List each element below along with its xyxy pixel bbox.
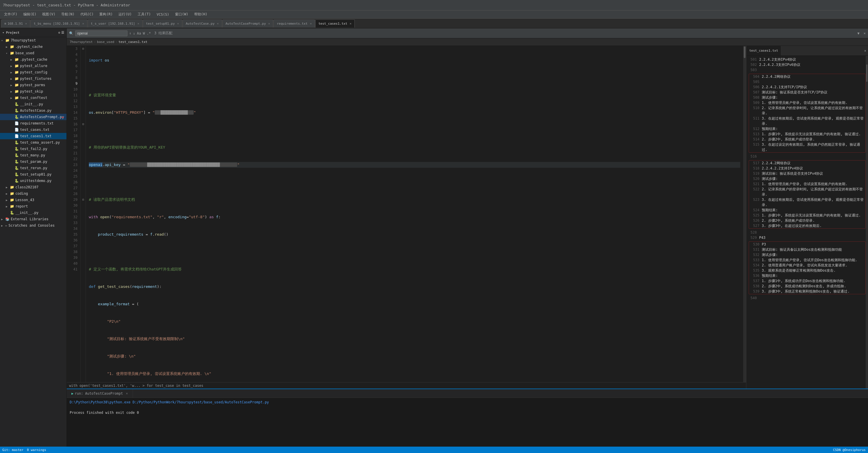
sidebar-item-pytest-cache-2[interactable]: ▶ 📁 .pytest_cache	[0, 56, 66, 63]
bottom-tab-run[interactable]: ▶ run: AutoTestCasePrompt ×	[67, 389, 133, 398]
ln-41: 41	[68, 266, 78, 272]
tab-server-icon: ≡	[4, 22, 6, 26]
unittestdemo-label: unittestdemo.py	[20, 179, 51, 183]
menu-edit[interactable]: 编辑(E)	[21, 11, 39, 18]
tab-autotest[interactable]: AutoTestCase.py ×	[183, 20, 222, 28]
status-bar: Git: master 0 warnings CSDN @Onesiphorus	[0, 447, 868, 453]
menu-file[interactable]: 文件(F)	[2, 11, 20, 18]
sidebar-item-autotestcaseprompt-py[interactable]: ▶ 🐍 AutoTestCasePrompt.py ←	[0, 114, 66, 120]
sidebar-item-pytest-parms[interactable]: ▶ 📁 pytest_parms	[0, 82, 66, 88]
sidebar-item-pytest-cache-1[interactable]: ▶ 📁 .pytest_cache	[0, 43, 66, 50]
sidebar-item-test-cema[interactable]: ▶ 🐍 test_cema_assert.py	[0, 139, 66, 146]
lesson43-label: Lesson_43	[16, 198, 34, 202]
right-line-529: 529 P43	[746, 235, 868, 240]
sidebar-item-coding[interactable]: ▶ 📁 coding	[0, 190, 66, 197]
right-panel-close-icon[interactable]: ×	[864, 49, 866, 53]
menu-help[interactable]: 帮助(H)	[192, 11, 210, 18]
sidebar-item-test-setup01[interactable]: ▶ 🐍 test_setup01.py	[0, 171, 66, 177]
gutter-fold-29[interactable]: ⊡	[81, 197, 86, 202]
search-filter-icon[interactable]: ▼	[858, 31, 860, 35]
sidebar-item-unittestdemo[interactable]: ▶ 🐍 unittestdemo.py	[0, 177, 66, 184]
sidebar-item-pytest-fixtures[interactable]: ▶ 📁 pytest_fixtures	[0, 75, 66, 82]
tab-bs-menu[interactable]: t_bs_menu [192.168.1.91] ×	[30, 20, 87, 28]
tab-server-close[interactable]: ×	[25, 22, 27, 26]
sidebar-item-test-conftest[interactable]: ▶ 📁 test_conftest	[0, 95, 66, 101]
tab-test-cases1-close[interactable]: ×	[349, 22, 351, 26]
right-line-528: 528	[746, 230, 868, 235]
search-prev-icon[interactable]: ↑	[129, 31, 131, 35]
code-container[interactable]: 3 4 5 6 7 8 9 10 11 12 13 14 15 16	[67, 46, 746, 382]
sidebar-item-report[interactable]: ▶ 📁 report	[0, 203, 66, 209]
menu-refactor[interactable]: 重构(R)	[97, 11, 115, 18]
sidebar-item-root[interactable]: ▾ 📁 7hourspytest	[0, 37, 66, 43]
sidebar-item-base-used[interactable]: ▾ 📁 base_used	[0, 50, 66, 56]
right-line-532: 532 测试步骤:	[749, 252, 865, 257]
sidebar-item-external-libs[interactable]: ▶ 📚 External Libraries	[0, 216, 66, 222]
sidebar-item-init-py[interactable]: ▶ 🐍 __init__.py	[0, 101, 66, 107]
sidebar-item-pytest-allure[interactable]: ▶ 📁 pytest_allure	[0, 63, 66, 69]
tab-s-user[interactable]: t_s_user [192.168.1.91] ×	[88, 20, 143, 28]
sidebar-item-test-cases1-txt[interactable]: ▶ 📄 test_cases1.txt	[0, 133, 66, 139]
search-next-icon[interactable]: ↓	[133, 31, 135, 35]
line-numbers: 3 4 5 6 7 8 9 10 11 12 13 14 15 16	[67, 46, 81, 382]
sidebar-item-autotestcase-py[interactable]: ▶ 🐍 AutoTestCase.py	[0, 107, 66, 114]
sidebar-item-requirements-txt[interactable]: ▶ 📄 requirements.txt	[0, 120, 66, 127]
tab-s-user-close[interactable]: ×	[137, 22, 140, 26]
right-panel-tab-test-cases1[interactable]: test_cases1.txt	[746, 46, 781, 56]
sidebar-item-test-param[interactable]: ▶ 🐍 test_param.py	[0, 158, 66, 165]
right-line-501: 501 2.2.4.2支持IPv4协议	[746, 57, 868, 62]
sidebar-item-pytest-config[interactable]: ▶ 📁 pytest_config	[0, 69, 66, 75]
tab-test-cases1[interactable]: test_cases1.txt ×	[315, 20, 355, 28]
scroll-indicator[interactable]	[743, 46, 746, 382]
sidebar-item-test-cases-txt[interactable]: ▶ 📄 test_cases.txt	[0, 127, 66, 133]
bottom-tab-run-close[interactable]: ×	[126, 391, 128, 395]
right-line-521-text: 1. 使用管理员账户登录, 尝试设置系统账户的有效期.	[762, 182, 847, 187]
tab-requirements-close[interactable]: ×	[310, 22, 312, 26]
py-icon: 🐍	[14, 179, 19, 183]
sidebar-item-scratches[interactable]: ▶ ✏ Scratches and Consoles	[0, 222, 66, 229]
sidebar-item-class202107[interactable]: ▶ 📁 class202107	[0, 184, 66, 190]
tab-autotestprompt-close[interactable]: ×	[268, 22, 270, 26]
sidebar-item-root-init[interactable]: ▶ 🐍 __init__.py	[0, 209, 66, 216]
menu-view[interactable]: 视图(V)	[40, 11, 58, 18]
expand-arrow: ▶	[10, 84, 14, 87]
right-line-514-text: 2. 步骤2中, 系统账户成功登录.	[762, 137, 815, 142]
menu-run[interactable]: 运行(U)	[116, 11, 134, 18]
sidebar-gear-icon[interactable]: ⚙	[58, 31, 60, 35]
breadcrumb-base-used[interactable]: base_used	[97, 40, 114, 44]
menu-navigate[interactable]: 导航(N)	[59, 11, 77, 18]
ln-31: 31	[68, 208, 78, 214]
bottom-content[interactable]: D:\Python\Python38\python.exe D:/Python/…	[67, 398, 868, 447]
tab-autotestprompt[interactable]: AutoTestCasePrompt.py ×	[222, 20, 274, 28]
sidebar-item-pytest-skip[interactable]: ▶ 📁 pytest_skip	[0, 88, 66, 95]
code-text[interactable]: import os # 设置环境变量 os.environ["HTTPS_PRO…	[86, 46, 743, 382]
gutter-line-15	[81, 116, 86, 121]
right-panel-content[interactable]: 501 2.2.4.2支持IPv4协议 502 2.2.4.2.3支持IPv6协…	[746, 56, 868, 389]
breadcrumb-root[interactable]: 7hourspytest	[70, 40, 93, 44]
sidebar-item-test-many[interactable]: ▶ 🐍 test_many.py	[0, 152, 66, 158]
search-regex-icon[interactable]: .*	[147, 31, 151, 35]
sidebar-item-lesson43[interactable]: ▶ 📁 Lesson_43	[0, 197, 66, 203]
tab-autotest-close[interactable]: ×	[217, 22, 219, 26]
search-match-word-icon[interactable]: Aa	[137, 31, 141, 35]
sidebar-item-test-rerun[interactable]: ▶ 🐍 test_rerun.py	[0, 165, 66, 171]
sidebar-item-test-fail2[interactable]: ▶ 🐍 test_fail2.py	[0, 146, 66, 152]
sidebar-settings-icon[interactable]: ☰	[61, 31, 64, 35]
menu-window[interactable]: 窗口(W)	[173, 11, 191, 18]
gutter-fold-16[interactable]: ⊡	[81, 121, 86, 127]
scroll-thumb[interactable]	[744, 46, 745, 58]
tab-requirements[interactable]: requirements.txt ×	[274, 20, 315, 28]
menu-code[interactable]: 代码(C)	[78, 11, 96, 18]
tab-setup01[interactable]: test_setup01.py ×	[143, 20, 182, 28]
search-whole-word-icon[interactable]: W	[143, 31, 145, 35]
expand-arrow: ▶	[10, 71, 14, 74]
tab-setup01-close[interactable]: ×	[177, 22, 179, 26]
menu-tools[interactable]: 工具(T)	[135, 11, 153, 18]
tab-server[interactable]: ≡ 168.1.91 ×	[1, 20, 30, 28]
menu-vcs[interactable]: VCS(S)	[154, 12, 172, 17]
breadcrumb-file[interactable]: test_cases1.txt	[119, 40, 147, 44]
search-input[interactable]	[75, 30, 127, 36]
tab-bs-menu-close[interactable]: ×	[82, 22, 84, 26]
pytest-cache-1-label: .pytest_cache	[16, 45, 43, 49]
search-close-icon[interactable]: ×	[864, 31, 866, 35]
